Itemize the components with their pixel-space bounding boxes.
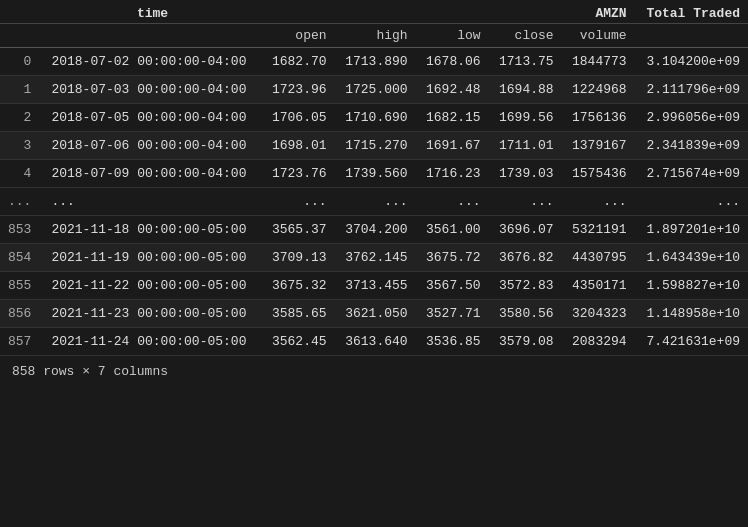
open-subheader: open [262,24,335,48]
row-close: ... [489,188,562,216]
row-time: 2021-11-22 00:00:00-05:00 [43,272,261,300]
total-traded-header: Total Traded [635,0,748,24]
row-low: 3536.85 [416,328,489,356]
row-low: 3561.00 [416,216,489,244]
close-header-empty [489,0,562,24]
row-high: 3704.200 [335,216,416,244]
table-container: time AMZN Total Traded open high low clo… [0,0,748,387]
table-body: 02018-07-02 00:00:00-04:001682.701713.89… [0,48,748,356]
row-volume: 5321191 [562,216,635,244]
row-open: 3565.37 [262,216,335,244]
row-close: 1699.56 [489,104,562,132]
row-high: 3613.640 [335,328,416,356]
row-high: ... [335,188,416,216]
row-high: 1715.270 [335,132,416,160]
row-total: ... [635,188,748,216]
table-row: 12018-07-03 00:00:00-04:001723.961725.00… [0,76,748,104]
table-row: 32018-07-06 00:00:00-04:001698.011715.27… [0,132,748,160]
row-volume: 4430795 [562,244,635,272]
table-row: 8542021-11-19 00:00:00-05:003709.133762.… [0,244,748,272]
row-close: 3579.08 [489,328,562,356]
row-total: 1.643439e+10 [635,244,748,272]
row-open: 1723.96 [262,76,335,104]
row-close: 3696.07 [489,216,562,244]
row-time: 2021-11-23 00:00:00-05:00 [43,300,261,328]
row-total: 1.598827e+10 [635,272,748,300]
row-close: 3580.56 [489,300,562,328]
row-index: 3 [0,132,43,160]
row-close: 1711.01 [489,132,562,160]
row-volume: 1379167 [562,132,635,160]
row-time: 2018-07-09 00:00:00-04:00 [43,160,261,188]
row-time: 2018-07-05 00:00:00-04:00 [43,104,261,132]
row-open: 1682.70 [262,48,335,76]
table-row: 8572021-11-24 00:00:00-05:003562.453613.… [0,328,748,356]
data-table: time AMZN Total Traded open high low clo… [0,0,748,356]
row-high: 3621.050 [335,300,416,328]
row-volume: ... [562,188,635,216]
row-low: 3527.71 [416,300,489,328]
row-index: 0 [0,48,43,76]
low-subheader: low [416,24,489,48]
row-volume: 2083294 [562,328,635,356]
row-total: 7.421631e+09 [635,328,748,356]
row-index: 855 [0,272,43,300]
row-time: ... [43,188,261,216]
row-high: 1710.690 [335,104,416,132]
table-row: 8532021-11-18 00:00:00-05:003565.373704.… [0,216,748,244]
row-open: 1706.05 [262,104,335,132]
row-total: 1.897201e+10 [635,216,748,244]
row-close: 3676.82 [489,244,562,272]
row-index: ... [0,188,43,216]
table-row: 8552021-11-22 00:00:00-05:003675.323713.… [0,272,748,300]
close-subheader: close [489,24,562,48]
row-high: 1713.890 [335,48,416,76]
row-open: 3562.45 [262,328,335,356]
table-row: 02018-07-02 00:00:00-04:001682.701713.89… [0,48,748,76]
row-index: 857 [0,328,43,356]
row-open: 3709.13 [262,244,335,272]
table-row: 8562021-11-23 00:00:00-05:003585.653621.… [0,300,748,328]
amzn-header: AMZN [562,0,635,24]
high-subheader: high [335,24,416,48]
low-header-empty [416,0,489,24]
row-volume: 1756136 [562,104,635,132]
row-low: 1691.67 [416,132,489,160]
table-row: 22018-07-05 00:00:00-04:001706.051710.69… [0,104,748,132]
row-index: 854 [0,244,43,272]
high-header-empty [335,0,416,24]
row-volume: 1844773 [562,48,635,76]
row-total: 2.341839e+09 [635,132,748,160]
index-header-empty [0,0,43,24]
row-low: 1682.15 [416,104,489,132]
row-low: 3675.72 [416,244,489,272]
row-high: 3762.145 [335,244,416,272]
row-high: 1725.000 [335,76,416,104]
row-volume: 3204323 [562,300,635,328]
row-time: 2018-07-02 00:00:00-04:00 [43,48,261,76]
row-total: 2.996056e+09 [635,104,748,132]
row-low: 3567.50 [416,272,489,300]
row-low: 1678.06 [416,48,489,76]
volume-subheader: volume [562,24,635,48]
row-total: 2.111796e+09 [635,76,748,104]
row-open: 3585.65 [262,300,335,328]
row-volume: 4350171 [562,272,635,300]
row-time: 2021-11-24 00:00:00-05:00 [43,328,261,356]
row-close: 3572.83 [489,272,562,300]
table-footer: 858 rows × 7 columns [0,356,748,387]
index-subheader [0,24,43,48]
row-volume: 1575436 [562,160,635,188]
row-open: ... [262,188,335,216]
row-time: 2018-07-06 00:00:00-04:00 [43,132,261,160]
row-index: 2 [0,104,43,132]
row-total: 3.104200e+09 [635,48,748,76]
row-total: 1.148958e+10 [635,300,748,328]
row-index: 856 [0,300,43,328]
row-low: ... [416,188,489,216]
row-close: 1694.88 [489,76,562,104]
header-row-1: time AMZN Total Traded [0,0,748,24]
row-volume: 1224968 [562,76,635,104]
header-row-2: open high low close volume [0,24,748,48]
time-subheader [43,24,261,48]
